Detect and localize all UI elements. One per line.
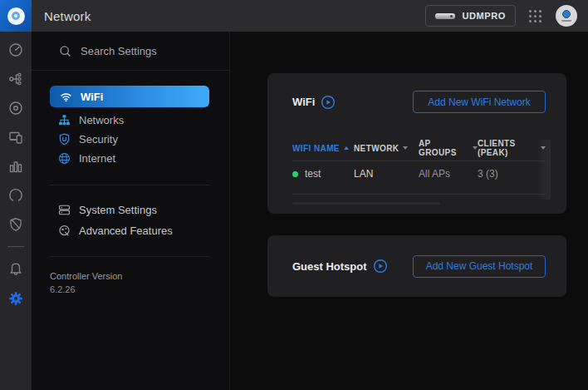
search-icon bbox=[58, 44, 72, 58]
security-shield-icon bbox=[57, 132, 71, 146]
guest-hotspot-card: Guest Hotspot Add New Guest Hotspot bbox=[267, 235, 566, 297]
server-stack-icon bbox=[57, 203, 71, 217]
sort-asc-icon bbox=[344, 146, 349, 150]
user-avatar[interactable] bbox=[556, 5, 577, 27]
controller-version-value: 6.2.26 bbox=[50, 284, 229, 294]
wifi-table-header: WiFi Name Network AP Groups Clients (Pea… bbox=[292, 143, 546, 153]
clients-icon bbox=[7, 129, 24, 146]
sidebar-item-label: System Settings bbox=[79, 204, 157, 216]
advanced-features-icon bbox=[57, 224, 71, 238]
controller-version-block: Controller Version 6.2.26 bbox=[32, 257, 229, 294]
column-ap-groups[interactable]: AP Groups bbox=[419, 139, 478, 157]
sidebar-item-label: Networks bbox=[79, 114, 124, 126]
rail-insights[interactable] bbox=[7, 186, 25, 204]
gear-icon bbox=[7, 290, 24, 307]
icon-rail bbox=[0, 32, 32, 390]
guest-hotspot-title: Guest Hotspot bbox=[292, 260, 367, 273]
sidebar-item-label: WiFi bbox=[81, 91, 103, 103]
device-selector-button[interactable]: UDMPRO bbox=[425, 5, 517, 27]
add-guest-hotspot-button[interactable]: Add New Guest Hotspot bbox=[413, 255, 546, 278]
sidebar-item-system-settings[interactable]: System Settings bbox=[32, 200, 229, 220]
device-name: UDMPRO bbox=[463, 11, 507, 21]
wifi-table: WiFi Name Network AP Groups Clients (Pea… bbox=[292, 143, 546, 205]
network-cell: LAN bbox=[354, 168, 419, 180]
rail-devices[interactable] bbox=[7, 99, 25, 116]
topology-icon bbox=[7, 71, 24, 87]
sidebar-item-label: Internet bbox=[79, 152, 115, 165]
chevron-down-icon bbox=[403, 146, 408, 150]
guest-hotspot-tutorial-play-icon[interactable] bbox=[373, 259, 388, 274]
clients-peak-cell: 3 (3) bbox=[478, 168, 546, 180]
search-settings-label: Search Settings bbox=[81, 45, 157, 57]
rail-dashboard[interactable] bbox=[7, 41, 25, 58]
bell-icon bbox=[7, 261, 24, 278]
apps-grid-icon[interactable] bbox=[529, 10, 541, 22]
speedometer-icon bbox=[7, 42, 24, 58]
sidebar-item-security[interactable]: Security bbox=[32, 130, 229, 149]
wifi-card-title: WiFi bbox=[292, 96, 315, 108]
table-divider bbox=[292, 194, 546, 195]
unifi-logo[interactable] bbox=[0, 0, 32, 32]
sidebar-item-label: Advanced Features bbox=[79, 225, 173, 237]
column-clients-peak[interactable]: Clients (Peak) bbox=[478, 139, 546, 157]
shield-slash-icon bbox=[7, 216, 24, 233]
sidebar-item-advanced-features[interactable]: Advanced Features bbox=[32, 220, 229, 241]
rail-clients[interactable] bbox=[7, 128, 25, 146]
settings-secondary-nav: System Settings Advanced Features bbox=[32, 185, 229, 256]
rail-threat-management[interactable] bbox=[7, 215, 25, 233]
settings-nav: WiFi Networks bbox=[32, 71, 229, 185]
wifi-tutorial-play-icon[interactable] bbox=[321, 95, 336, 110]
table-row[interactable]: test LAN All APs 3 (3) bbox=[292, 161, 546, 186]
controller-version-label: Controller Version bbox=[50, 271, 229, 281]
sidebar-item-wifi[interactable]: WiFi bbox=[50, 86, 209, 107]
wifi-card: WiFi Add New WiFi Network WiFi Name bbox=[267, 73, 566, 214]
globe-icon bbox=[57, 151, 71, 165]
rail-topology[interactable] bbox=[7, 70, 25, 87]
unifi-logo-icon bbox=[7, 7, 25, 25]
wifi-icon bbox=[59, 90, 73, 104]
sidebar-item-label: Security bbox=[79, 133, 118, 146]
add-wifi-network-button[interactable]: Add New WiFi Network bbox=[413, 91, 546, 113]
sidebar-item-networks[interactable]: Networks bbox=[32, 111, 229, 130]
udm-device-icon bbox=[435, 13, 455, 19]
rail-settings-active[interactable] bbox=[7, 289, 25, 307]
rail-notifications[interactable] bbox=[7, 260, 25, 278]
bar-chart-icon bbox=[7, 158, 24, 175]
networks-icon bbox=[57, 113, 71, 127]
horizontal-scrollbar[interactable] bbox=[292, 202, 440, 205]
search-settings[interactable]: Search Settings bbox=[32, 32, 229, 70]
table-scroll-shadow bbox=[537, 140, 551, 200]
unifi-network-app: Network UDMPRO bbox=[0, 0, 588, 390]
top-header: Network UDMPRO bbox=[0, 0, 588, 32]
rail-divider bbox=[7, 246, 24, 247]
wifi-name-cell: test bbox=[305, 168, 321, 180]
horseshoe-icon bbox=[7, 187, 24, 204]
sidebar-item-internet[interactable]: Internet bbox=[32, 149, 229, 168]
devices-icon bbox=[7, 100, 24, 116]
main-content: WiFi Add New WiFi Network WiFi Name bbox=[230, 32, 588, 390]
status-enabled-icon bbox=[292, 171, 298, 177]
ap-groups-cell: All APs bbox=[419, 168, 478, 180]
settings-sidebar: Search Settings WiFi bbox=[32, 32, 230, 390]
rail-statistics[interactable] bbox=[7, 157, 25, 175]
column-wifi-name[interactable]: WiFi Name bbox=[292, 144, 354, 153]
page-title: Network bbox=[44, 9, 91, 23]
column-network[interactable]: Network bbox=[354, 144, 419, 153]
